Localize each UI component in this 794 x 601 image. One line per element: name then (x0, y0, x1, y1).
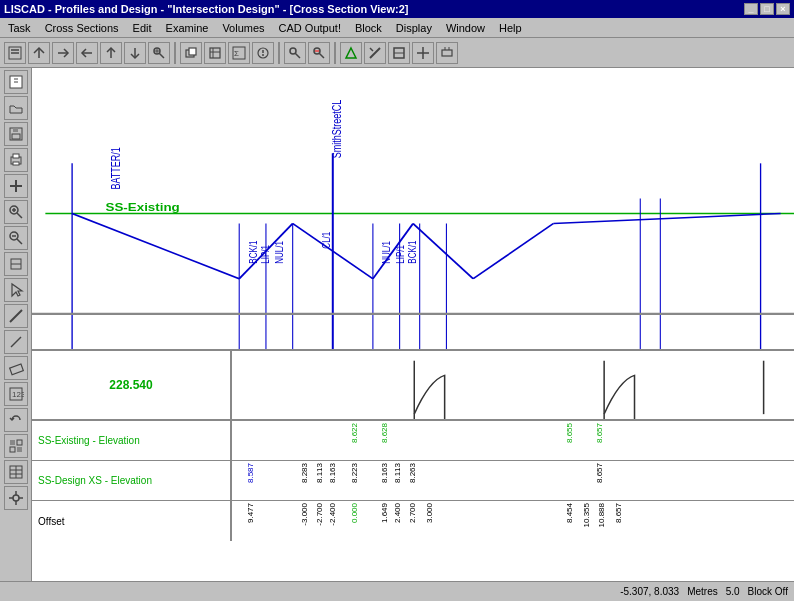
elev-val-4: 8.657 (595, 423, 604, 443)
svg-text:BCK/1: BCK/1 (246, 241, 258, 264)
menu-display[interactable]: Display (390, 21, 438, 35)
offset-val-10: 10.355 (582, 503, 591, 527)
offset-val-6: 2.400 (393, 503, 402, 523)
toolbar-btn-8[interactable] (180, 42, 202, 64)
sidebar-btn-add[interactable] (4, 174, 28, 198)
sidebar: 123 (0, 68, 32, 581)
toolbar-btn-13[interactable] (308, 42, 330, 64)
sidebar-btn-select[interactable] (4, 278, 28, 302)
svg-line-51 (17, 239, 22, 244)
svg-line-47 (17, 213, 22, 218)
menu-bar: Task Cross Sections Edit Examine Volumes… (0, 18, 794, 38)
toolbar-btn-1[interactable] (4, 42, 26, 64)
toolbar-btn-15[interactable] (364, 42, 386, 64)
title-bar: LISCAD - Profiles and Design - "Intersec… (0, 0, 794, 18)
menu-edit[interactable]: Edit (127, 21, 158, 35)
toolbar-btn-3[interactable] (52, 42, 74, 64)
design-elev-val-2: 8.113 (315, 463, 324, 483)
status-zoom: 5.0 (726, 586, 740, 597)
svg-line-27 (370, 48, 373, 51)
sidebar-btn-save[interactable] (4, 122, 28, 146)
toolbar-btn-6[interactable] (124, 42, 146, 64)
sidebar-btn-erase[interactable] (4, 356, 28, 380)
sidebar-btn-zoom-in[interactable] (4, 200, 28, 224)
svg-line-55 (10, 310, 22, 322)
data-row-offset: Offset 9.477 -3.000 -2.700 -2.400 0.000 … (32, 501, 794, 541)
window-title: LISCAD - Profiles and Design - "Intersec… (4, 3, 408, 15)
row-label-offset: Offset (32, 501, 232, 541)
offset-val-7: 2.700 (408, 503, 417, 523)
menu-block[interactable]: Block (349, 21, 388, 35)
menu-cross-sections[interactable]: Cross Sections (39, 21, 125, 35)
svg-text:SmithStreetCL: SmithStreetCL (330, 100, 344, 159)
toolbar-btn-18[interactable] (436, 42, 458, 64)
toolbar-btn-2[interactable] (28, 42, 50, 64)
sidebar-btn-calc[interactable]: 123 (4, 382, 28, 406)
volume-value: 228.540 (109, 378, 152, 392)
elev-val-1: 8.622 (350, 423, 359, 443)
sidebar-btn-move[interactable] (4, 486, 28, 510)
menu-examine[interactable]: Examine (160, 21, 215, 35)
sidebar-btn-print[interactable] (4, 148, 28, 172)
toolbar-btn-11[interactable] (252, 42, 274, 64)
toolbar-btn-7[interactable] (148, 42, 170, 64)
toolbar-btn-14[interactable] (340, 42, 362, 64)
svg-marker-25 (346, 48, 356, 58)
toolbar-btn-16[interactable] (388, 42, 410, 64)
menu-volumes[interactable]: Volumes (216, 21, 270, 35)
svg-rect-11 (189, 48, 196, 55)
minimize-button[interactable]: _ (744, 3, 758, 15)
svg-text:LIP/1: LIP/1 (393, 245, 405, 264)
design-elev-val-1: 8.283 (300, 463, 309, 483)
toolbar-btn-4[interactable] (76, 42, 98, 64)
sidebar-btn-zoom-out[interactable] (4, 226, 28, 250)
svg-text:BATTER/1: BATTER/1 (109, 147, 123, 190)
sidebar-btn-pattern[interactable] (4, 434, 28, 458)
status-units: Metres (687, 586, 718, 597)
svg-text:NUL/1: NUL/1 (380, 241, 392, 264)
svg-rect-63 (10, 447, 15, 452)
offset-val-9: 8.454 (565, 503, 574, 523)
toolbar-btn-9[interactable] (204, 42, 226, 64)
sidebar-btn-zoom-extent[interactable] (4, 252, 28, 276)
sidebar-btn-undo[interactable] (4, 408, 28, 432)
svg-point-69 (13, 495, 19, 501)
volume-panel: 228.540 (32, 351, 794, 421)
sidebar-btn-line[interactable] (4, 304, 28, 328)
svg-text:SS-Existing: SS-Existing (106, 201, 180, 213)
cross-section-view[interactable]: BATTER/1 SmithStreetCL BATTER/1 BCK/1 LI… (32, 68, 794, 351)
menu-window[interactable]: Window (440, 21, 491, 35)
data-row-existing-elevation: SS-Existing - Elevation 8.622 8.628 8.65… (32, 421, 794, 461)
sidebar-btn-new[interactable] (4, 70, 28, 94)
row-label-design-elevation: SS-Design XS - Elevation (32, 461, 232, 500)
offset-val-8: 3.000 (425, 503, 434, 523)
toolbar: Σ (0, 38, 794, 68)
close-button[interactable]: × (776, 3, 790, 15)
menu-help[interactable]: Help (493, 21, 528, 35)
toolbar-sep-3 (334, 42, 336, 64)
svg-text:NUL/1: NUL/1 (273, 241, 285, 264)
toolbar-btn-5[interactable] (100, 42, 122, 64)
sidebar-btn-table[interactable] (4, 460, 28, 484)
toolbar-btn-17[interactable] (412, 42, 434, 64)
maximize-button[interactable]: □ (760, 3, 774, 15)
menu-task[interactable]: Task (2, 21, 37, 35)
svg-rect-64 (17, 447, 22, 452)
data-panels: SS-Existing - Elevation 8.622 8.628 8.65… (32, 421, 794, 581)
svg-rect-61 (10, 440, 15, 445)
sidebar-btn-pencil[interactable] (4, 330, 28, 354)
svg-text:BCK/1: BCK/1 (405, 241, 417, 264)
menu-cad-output[interactable]: CAD Output! (273, 21, 347, 35)
svg-text:CL/1: CL/1 (320, 232, 332, 249)
sidebar-btn-open[interactable] (4, 96, 28, 120)
toolbar-btn-12[interactable] (284, 42, 306, 64)
data-cells-existing-elevation: 8.622 8.628 8.655 8.657 (232, 421, 794, 460)
design-elev-val-3: 8.163 (328, 463, 337, 483)
offset-val-12: 8.657 (614, 503, 623, 523)
toolbar-btn-10[interactable]: Σ (228, 42, 250, 64)
row-label-existing-elevation: SS-Existing - Elevation (32, 421, 232, 460)
offset-val-0: 9.477 (246, 503, 255, 523)
svg-text:LIP/1: LIP/1 (258, 245, 270, 264)
svg-rect-40 (12, 134, 20, 139)
design-elev-val-8: 8.657 (595, 463, 604, 483)
